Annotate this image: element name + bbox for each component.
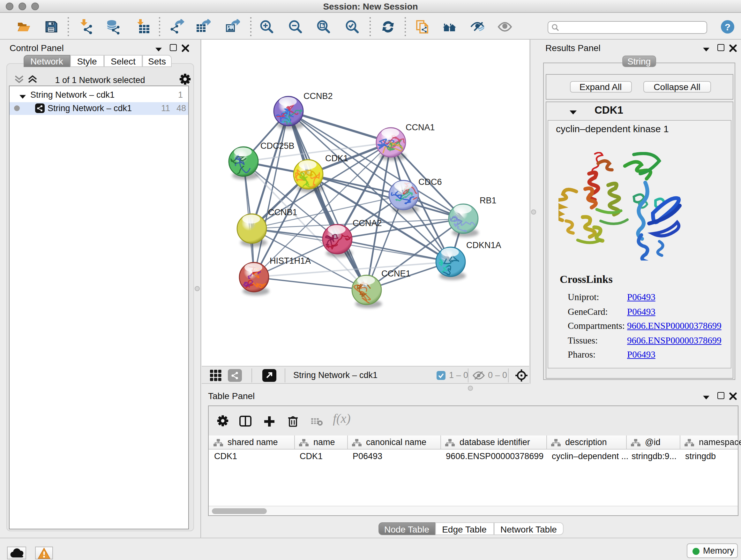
svg-text:HIST1H1A: HIST1H1A	[269, 256, 311, 266]
svg-text:CCNB1: CCNB1	[268, 207, 297, 217]
svg-text:RB1: RB1	[479, 196, 496, 205]
svg-text:CDKN1A: CDKN1A	[466, 240, 501, 250]
svg-text:CCNB2: CCNB2	[303, 91, 333, 101]
svg-text:CCNA1: CCNA1	[405, 123, 434, 132]
svg-text:CDK1: CDK1	[325, 153, 348, 163]
svg-text:CCNA2: CCNA2	[352, 219, 382, 228]
svg-text:CCNE1: CCNE1	[381, 269, 410, 278]
svg-text:CDC6: CDC6	[418, 177, 442, 187]
svg-text:?: ?	[725, 22, 731, 32]
svg-text:CDC25B: CDC25B	[260, 141, 294, 151]
